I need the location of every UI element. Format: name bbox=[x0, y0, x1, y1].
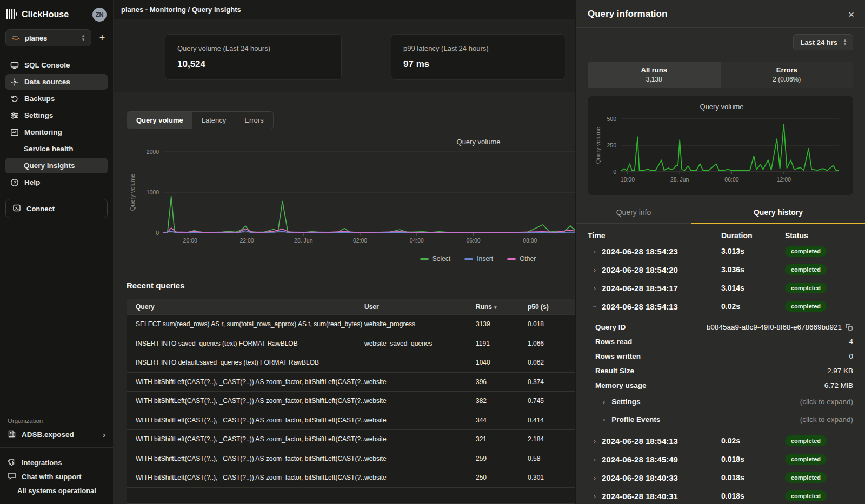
history-row[interactable]: ›2024-06-28 18:45:490.018scompleted bbox=[588, 450, 853, 468]
detail-label: Rows written bbox=[595, 352, 641, 360]
table-row[interactable]: INSERT INTO default.saved_queries (text)… bbox=[127, 353, 575, 372]
table-row[interactable]: WITH bitShiftLeft(CAST(?..), _CAST(?..))… bbox=[127, 468, 575, 487]
legend-item-other[interactable]: Other bbox=[507, 255, 536, 263]
query-cell: WITH bitShiftLeft(CAST(?..), _CAST(?..))… bbox=[136, 474, 364, 481]
time-range-dropdown[interactable]: Last 24 hrs ▲▼ bbox=[793, 34, 853, 50]
legend-item-select[interactable]: Select bbox=[420, 255, 450, 263]
panel-body: Last 24 hrs ▲▼ All runs3,138Errors2 (0.0… bbox=[576, 28, 865, 504]
expandable-profile-events[interactable]: ›Profile Events(click to expand) bbox=[595, 411, 853, 428]
runs-cell: 321 bbox=[476, 435, 528, 443]
close-icon[interactable]: × bbox=[848, 9, 854, 19]
time-range-value: Last 24 hrs bbox=[800, 38, 837, 46]
detail-row-rows-read: Rows read4 bbox=[595, 334, 853, 349]
chevron-right-icon[interactable]: › bbox=[588, 455, 602, 463]
legend-label: Insert bbox=[477, 255, 493, 263]
sidebar-item-label: Monitoring bbox=[24, 128, 62, 136]
chevron-down-icon[interactable]: › bbox=[591, 299, 599, 313]
sidebar-spacer bbox=[5, 218, 108, 418]
sidebar-item-query-insights[interactable]: Query insights bbox=[5, 158, 108, 173]
status-cell: completed bbox=[785, 490, 853, 501]
table-row[interactable]: INSERT INTO saved_queries (text) FORMAT … bbox=[127, 334, 575, 353]
history-row[interactable]: ›2024-06-28 18:40:330.018scompleted bbox=[588, 468, 853, 487]
svg-text:2000: 2000 bbox=[147, 149, 159, 155]
query-cell: WITH bitShiftLeft(CAST(?..), _CAST(?..))… bbox=[136, 378, 364, 386]
tab-latency[interactable]: Latency bbox=[192, 112, 236, 129]
table-row[interactable]: WITH bitShiftLeft(CAST(?..), _CAST(?..))… bbox=[127, 372, 575, 392]
p50-cell: 1.066 bbox=[528, 340, 575, 347]
content-section: Query volumeLatencyErrors 01000200020:00… bbox=[114, 92, 575, 504]
table-row[interactable]: WITH bitShiftLeft(CAST(?..), _CAST(?..))… bbox=[127, 429, 575, 449]
chevron-right-icon[interactable]: › bbox=[588, 492, 602, 500]
expandable-settings[interactable]: ›Settings(click to expand) bbox=[595, 393, 853, 411]
copy-icon[interactable] bbox=[846, 324, 853, 331]
history-row[interactable]: ›2024-06-28 18:54:173.014scompleted bbox=[588, 279, 853, 297]
toggle-all-runs[interactable]: All runs3,138 bbox=[588, 62, 721, 88]
column-header-query[interactable]: Query bbox=[136, 303, 364, 311]
sidebar-item-data-sources[interactable]: Data sources bbox=[5, 74, 108, 90]
chevron-right-icon[interactable]: › bbox=[588, 284, 602, 292]
status-badge: completed bbox=[785, 301, 827, 312]
svg-text:0: 0 bbox=[156, 230, 159, 236]
table-row[interactable]: WITH bitShiftLeft(CAST(?..), _CAST(?..))… bbox=[127, 391, 575, 411]
history-row[interactable]: ›2024-06-28 18:54:130.02scompleted bbox=[588, 432, 853, 450]
history-row[interactable]: ›2024-06-28 18:54:233.013scompleted bbox=[588, 242, 853, 260]
history-row[interactable]: ›2024-06-28 18:54:130.02scompleted bbox=[588, 297, 853, 315]
runs-cell: 1191 bbox=[476, 340, 528, 347]
sidebar-item-label: Backups bbox=[24, 95, 55, 103]
connect-button[interactable]: Connect bbox=[5, 199, 108, 218]
tab-query-history[interactable]: Query history bbox=[691, 203, 865, 224]
footer-item-integrations[interactable]: Integrations bbox=[5, 455, 108, 469]
sidebar-item-settings[interactable]: Settings bbox=[5, 107, 108, 123]
table-row[interactable]: WITH bitShiftLeft(CAST(?..), _CAST(?..))… bbox=[127, 449, 575, 468]
tab-query-volume[interactable]: Query volume bbox=[127, 112, 192, 129]
stat-value: 10,524 bbox=[177, 59, 329, 70]
tab-errors[interactable]: Errors bbox=[235, 112, 272, 129]
runs-cell: 396 bbox=[476, 378, 528, 386]
chevron-right-icon: › bbox=[603, 415, 605, 424]
query-volume-chart[interactable]: 01000200020:0022:0028. Jun02:0004:0006:0… bbox=[127, 137, 575, 254]
user-cell: website bbox=[364, 416, 476, 424]
sidebar-item-monitoring[interactable]: Monitoring bbox=[5, 124, 108, 140]
toggle-errors[interactable]: Errors2 (0.06%) bbox=[721, 62, 854, 88]
detail-value: 6.72 MiB bbox=[824, 381, 853, 389]
sidebar-item-help[interactable]: ?Help bbox=[5, 174, 108, 190]
chevron-right-icon[interactable]: › bbox=[588, 474, 602, 482]
add-service-button[interactable]: + bbox=[97, 32, 108, 44]
query-cell: INSERT INTO saved_queries (text) FORMAT … bbox=[136, 340, 364, 347]
table-row[interactable]: SELECT sum(read_rows) AS r, sum(total_ro… bbox=[127, 314, 575, 334]
organization-selector[interactable]: ADSB.exposed › bbox=[5, 429, 108, 447]
clickhouse-logo-icon bbox=[6, 9, 17, 21]
detail-label: Rows read bbox=[595, 338, 632, 346]
workspace-selector[interactable]: aws planes ▲▼ bbox=[5, 29, 91, 46]
footer-item-chat-with-support[interactable]: Chat with support bbox=[5, 469, 108, 483]
p50-cell: 0.062 bbox=[528, 359, 575, 366]
history-row[interactable]: ›2024-06-28 18:54:203.036scompleted bbox=[588, 260, 853, 279]
toggle-label: All runs bbox=[588, 66, 721, 74]
chevron-right-icon[interactable]: › bbox=[588, 437, 602, 445]
svg-text:250: 250 bbox=[607, 142, 616, 149]
sidebar-item-service-health[interactable]: Service health bbox=[5, 141, 108, 157]
avatar[interactable]: ZN bbox=[92, 8, 107, 22]
stat-card: p99 latency (Last 24 hours)97 ms bbox=[391, 34, 565, 80]
column-header-p50-s-[interactable]: p50 (s) bbox=[528, 303, 575, 311]
sidebar-item-backups[interactable]: Backups bbox=[5, 91, 108, 106]
organization-name: ADSB.exposed bbox=[22, 431, 97, 439]
footer-item-all-systems-operational[interactable]: All systems operational bbox=[5, 483, 108, 498]
sidebar-item-sql-console[interactable]: SQL Console bbox=[5, 57, 108, 73]
runs-cell: 250 bbox=[476, 474, 528, 481]
tab-query-info[interactable]: Query info bbox=[576, 203, 691, 223]
chevron-right-icon[interactable]: › bbox=[588, 266, 602, 274]
chevron-right-icon[interactable]: › bbox=[588, 247, 602, 256]
breadcrumb: planes - Monitoring / Query insights bbox=[114, 0, 575, 19]
column-header-user[interactable]: User bbox=[364, 303, 476, 311]
p50-cell: 0.301 bbox=[528, 474, 575, 481]
legend-item-insert[interactable]: Insert bbox=[464, 255, 493, 263]
svg-text:06:00: 06:00 bbox=[466, 237, 480, 244]
table-row-partial bbox=[127, 487, 575, 503]
table-row[interactable]: WITH bitShiftLeft(CAST(?..), _CAST(?..))… bbox=[127, 411, 575, 430]
detail-label: Memory usage bbox=[595, 381, 647, 389]
status-cell: completed bbox=[785, 264, 853, 275]
expandable-label: Settings bbox=[611, 398, 640, 406]
history-row[interactable]: ›2024-06-28 18:40:310.018scompleted bbox=[588, 487, 853, 504]
column-header-runs[interactable]: Runs▾ bbox=[476, 303, 528, 311]
